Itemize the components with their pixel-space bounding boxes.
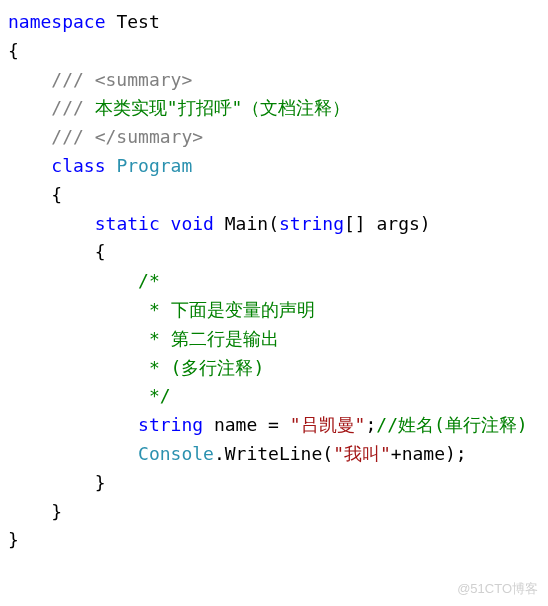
- watermark: @51CTO博客: [457, 579, 538, 600]
- string-literal: "吕凯曼": [290, 414, 366, 435]
- doc-comment: /// </summary>: [8, 126, 203, 147]
- doc-comment: /// <summary>: [8, 69, 192, 90]
- keyword-namespace: namespace: [8, 11, 106, 32]
- method-call: .WriteLine(: [214, 443, 333, 464]
- method-args: [] args): [344, 213, 431, 234]
- block-comment: /*: [8, 270, 160, 291]
- brace: {: [8, 40, 19, 61]
- keyword-string: string: [138, 414, 203, 435]
- brace: }: [8, 501, 62, 522]
- var-decl: name =: [203, 414, 290, 435]
- concat: +name);: [391, 443, 467, 464]
- doc-comment-text: 本类实现"打招呼"（文档注释）: [95, 97, 351, 118]
- line-comment: //姓名(单行注释): [376, 414, 527, 435]
- brace: }: [8, 529, 19, 550]
- brace: {: [8, 184, 62, 205]
- keyword-static: static: [95, 213, 160, 234]
- block-comment: * (多行注释): [8, 357, 264, 378]
- block-comment: * 第二行是输出: [8, 328, 279, 349]
- type-program: Program: [116, 155, 192, 176]
- keyword-class: class: [51, 155, 105, 176]
- keyword-string: string: [279, 213, 344, 234]
- namespace-name: Test: [106, 11, 160, 32]
- block-comment: * 下面是变量的声明: [8, 299, 315, 320]
- method-main: Main(: [225, 213, 279, 234]
- brace: {: [8, 241, 106, 262]
- string-literal: "我叫": [333, 443, 391, 464]
- type-console: Console: [138, 443, 214, 464]
- keyword-void: void: [171, 213, 214, 234]
- block-comment: */: [8, 385, 171, 406]
- semicolon: ;: [365, 414, 376, 435]
- doc-comment-prefix: ///: [8, 97, 95, 118]
- brace: }: [8, 472, 106, 493]
- code-block: namespace Test { /// <summary> /// 本类实现"…: [8, 8, 540, 555]
